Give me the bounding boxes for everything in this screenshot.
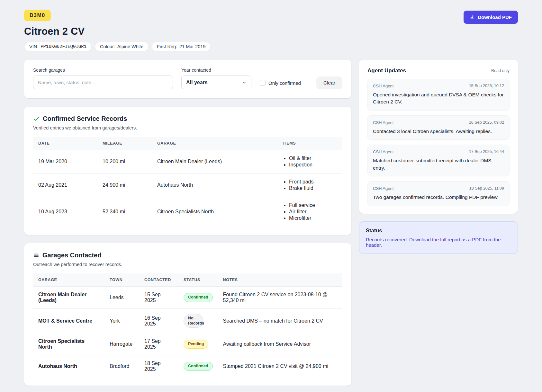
record-date: 02 Aug 2021 xyxy=(33,174,97,197)
record-item: Oil & filter xyxy=(289,155,337,162)
record-garage: Autohaus North xyxy=(152,174,277,197)
status-badge: Pending xyxy=(184,340,208,349)
col-items: Items xyxy=(277,137,342,150)
update-message: Matched customer-submitted receipt with … xyxy=(373,157,504,172)
record-item: Microfilter xyxy=(289,215,337,221)
first-reg-value: 21 Mar 2019 xyxy=(179,44,205,49)
vehicle-chips: VIN: PP10KG62FIEQ0IGR1 Colour: Alpine Wh… xyxy=(24,42,211,51)
agent-update-item: CSH Agent 18 Sep 2025, 11:09 Two garages… xyxy=(367,181,510,206)
col-garage: Garage xyxy=(33,273,104,287)
table-row: Citroen Specialists North Harrogate 17 S… xyxy=(33,333,342,355)
update-author: CSH Agent xyxy=(373,120,393,125)
garage-contacted: 18 Sep 2025 xyxy=(139,355,178,378)
garage-name: Citroen Main Dealer (Leeds) xyxy=(33,287,104,309)
vin-chip: VIN: PP10KG62FIEQ0IGR1 xyxy=(24,42,92,51)
record-item: Air filter xyxy=(289,209,337,215)
status-badge: No Records xyxy=(184,314,203,328)
record-item: Brake fluid xyxy=(289,185,337,192)
year-label: Year contacted xyxy=(181,67,251,73)
agent-update-item: CSH Agent 16 Sep 2025, 09:02 Contacted 3… xyxy=(367,115,510,140)
update-author: CSH Agent xyxy=(373,186,393,191)
agent-update-item: CSH Agent 17 Sep 2025, 16:44 Matched cus… xyxy=(367,145,510,176)
garages-contacted-subtitle: Outreach we performed to recover records… xyxy=(33,262,342,267)
status-title: Status xyxy=(366,227,511,234)
page: D3M0 Citroen 2 CV VIN: PP10KG62FIEQ0IGR1… xyxy=(24,0,518,392)
garage-notes: Awaiting callback from Service Advisor xyxy=(218,333,343,355)
confirmed-records-subtitle: Verified entries we obtained from garage… xyxy=(33,125,342,130)
garage-name: Autohaus North xyxy=(33,355,104,378)
download-icon xyxy=(470,15,475,20)
table-row: Autohaus North Bradford 18 Sep 2025 Conf… xyxy=(33,355,342,378)
update-timestamp: 17 Sep 2025, 16:44 xyxy=(469,149,504,154)
year-select-value: All years xyxy=(186,80,208,85)
update-timestamp: 16 Sep 2025, 09:02 xyxy=(469,120,504,125)
table-row: 10 Aug 2023 52,340 mi Citroen Specialist… xyxy=(33,197,342,227)
update-author: CSH Agent xyxy=(373,84,393,88)
confirmed-records-title: Confirmed Service Records xyxy=(43,115,127,122)
year-group: Year contacted All years xyxy=(181,67,251,89)
status-badge: Confirmed xyxy=(184,293,213,302)
demo-badge: D3M0 xyxy=(24,10,51,21)
garage-name: Citroen Specialists North xyxy=(33,333,104,355)
record-items: Oil & filter Inspection xyxy=(283,155,337,168)
update-timestamp: 15 Sep 2025, 10:12 xyxy=(469,84,504,88)
first-reg-label: First Reg: xyxy=(157,44,177,49)
status-badge: Confirmed xyxy=(184,362,213,371)
garage-town: Leeds xyxy=(104,287,139,309)
record-item: Inspection xyxy=(289,162,337,168)
header-left: D3M0 Citroen 2 CV VIN: PP10KG62FIEQ0IGR1… xyxy=(24,10,211,51)
record-items: Front pads Brake fluid xyxy=(283,179,337,192)
page-title: Citroen 2 CV xyxy=(24,26,211,37)
colour-chip: Colour: Alpine White xyxy=(95,42,149,51)
garages-contacted-table: Garage Town Contacted Status Notes Citro… xyxy=(33,273,342,377)
only-confirmed-label: Only confirmed xyxy=(268,80,301,86)
table-row: MOT & Service Centre York 16 Sep 2025 No… xyxy=(33,309,342,333)
garage-name: MOT & Service Centre xyxy=(33,309,104,333)
garage-contacted: 17 Sep 2025 xyxy=(139,333,178,355)
agent-update-item: CSH Agent 15 Sep 2025, 10:12 Opened inve… xyxy=(367,79,510,111)
record-mileage: 52,340 mi xyxy=(97,197,152,227)
filter-bar: Search garages Year contacted All years … xyxy=(24,60,351,98)
garage-town: Bradford xyxy=(104,355,139,378)
record-mileage: 24,900 mi xyxy=(97,174,152,197)
record-item: Front pads xyxy=(289,179,337,185)
record-mileage: 10,200 mi xyxy=(97,150,152,174)
update-message: Contacted 3 local Citroen specialists. A… xyxy=(373,128,504,135)
table-row: 19 Mar 2020 10,200 mi Citroen Main Deale… xyxy=(33,150,342,174)
only-confirmed-checkbox[interactable] xyxy=(260,80,266,86)
menu-lines-icon xyxy=(33,252,39,258)
confirmed-records-table: Date Mileage Garage Items 19 Mar 2020 10… xyxy=(33,137,342,227)
year-select[interactable]: All years xyxy=(181,76,251,89)
clear-button[interactable]: Clear xyxy=(316,76,342,89)
chevron-down-icon xyxy=(242,80,247,85)
record-item: Full service xyxy=(289,202,337,209)
record-items: Full service Air filter Microfilter xyxy=(283,202,337,221)
page-header: D3M0 Citroen 2 CV VIN: PP10KG62FIEQ0IGR1… xyxy=(24,10,518,51)
garage-contacted: 16 Sep 2025 xyxy=(139,309,178,333)
agent-updates-card: Agent Updates Read-only CSH Agent 15 Sep… xyxy=(359,60,518,214)
search-group: Search garages xyxy=(33,67,173,89)
search-input[interactable] xyxy=(33,76,173,89)
col-town: Town xyxy=(104,273,139,287)
confirmed-records-card: Confirmed Service Records Verified entri… xyxy=(24,107,351,235)
vin-label: VIN: xyxy=(29,44,38,49)
readonly-label: Read-only xyxy=(491,68,510,73)
colour-label: Colour: xyxy=(100,44,115,49)
sidebar: Agent Updates Read-only CSH Agent 15 Sep… xyxy=(359,60,518,254)
update-author: CSH Agent xyxy=(373,149,393,154)
update-timestamp: 18 Sep 2025, 11:09 xyxy=(469,186,504,191)
garage-notes: Found Citroen 2 CV service on 2023-08-10… xyxy=(218,287,343,309)
download-pdf-button[interactable]: Download PDF xyxy=(464,11,518,24)
update-message: Opened investigation and queued DVSA & O… xyxy=(373,91,504,106)
col-notes: Notes xyxy=(218,273,343,287)
colour-value: Alpine White xyxy=(117,44,143,49)
col-mileage: Mileage xyxy=(97,137,152,150)
garage-town: Harrogate xyxy=(104,333,139,355)
garages-contacted-card: Garages Contacted Outreach we performed … xyxy=(24,243,351,386)
record-date: 10 Aug 2023 xyxy=(33,197,97,227)
status-message: Records recovered. Download the full rep… xyxy=(366,237,511,248)
col-contacted: Contacted xyxy=(139,273,178,287)
record-garage: Citroen Specialists North xyxy=(152,197,277,227)
garage-notes: Stamped 2021 Citroen 2 CV visit @ 24,900… xyxy=(218,355,343,378)
search-label: Search garages xyxy=(33,67,173,73)
